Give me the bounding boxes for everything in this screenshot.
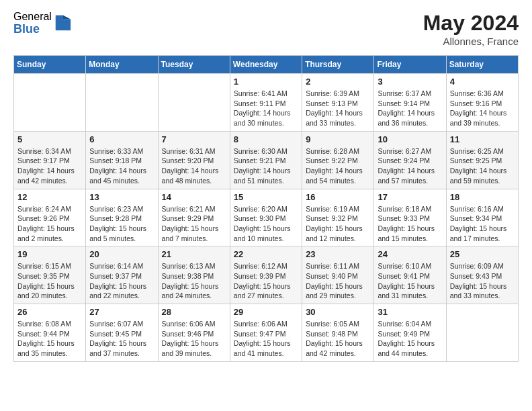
day-number: 23: [306, 249, 370, 259]
calendar-cell: 30Sunrise: 6:05 AMSunset: 9:48 PMDayligh…: [302, 304, 374, 362]
calendar-week-2: 5Sunrise: 6:34 AMSunset: 9:17 PMDaylight…: [14, 131, 519, 189]
day-number: 4: [450, 77, 515, 87]
day-number: 13: [89, 192, 154, 202]
day-info: Sunrise: 6:05 AMSunset: 9:48 PMDaylight:…: [306, 319, 370, 359]
calendar-cell: 15Sunrise: 6:20 AMSunset: 9:30 PMDayligh…: [230, 189, 302, 246]
day-info: Sunrise: 6:39 AMSunset: 9:13 PMDaylight:…: [306, 89, 370, 128]
day-number: 19: [17, 249, 82, 259]
day-number: 5: [17, 134, 82, 144]
day-number: 25: [450, 249, 515, 259]
calendar-week-3: 12Sunrise: 6:24 AMSunset: 9:26 PMDayligh…: [14, 189, 519, 246]
calendar-cell: 31Sunrise: 6:04 AMSunset: 9:49 PMDayligh…: [374, 304, 446, 362]
day-header-tuesday: Tuesday: [158, 56, 230, 74]
day-number: 2: [306, 77, 370, 87]
day-number: 6: [89, 134, 154, 144]
calendar-cell: [158, 74, 230, 132]
day-number: 29: [234, 307, 298, 317]
calendar-cell: 7Sunrise: 6:31 AMSunset: 9:20 PMDaylight…: [158, 131, 230, 189]
calendar-table: SundayMondayTuesdayWednesdayThursdayFrid…: [13, 55, 519, 362]
day-header-sunday: Sunday: [14, 56, 86, 74]
day-number: 24: [378, 249, 442, 259]
calendar-cell: 26Sunrise: 6:08 AMSunset: 9:44 PMDayligh…: [14, 304, 86, 362]
calendar-cell: 9Sunrise: 6:28 AMSunset: 9:22 PMDaylight…: [302, 131, 374, 189]
day-info: Sunrise: 6:25 AMSunset: 9:25 PMDaylight:…: [450, 146, 515, 186]
logo-icon: [53, 14, 72, 33]
day-number: 18: [450, 192, 515, 202]
calendar-cell: 11Sunrise: 6:25 AMSunset: 9:25 PMDayligh…: [446, 131, 518, 189]
day-info: Sunrise: 6:21 AMSunset: 9:29 PMDaylight:…: [162, 204, 226, 244]
calendar-cell: 12Sunrise: 6:24 AMSunset: 9:26 PMDayligh…: [14, 189, 86, 246]
calendar-cell: 6Sunrise: 6:33 AMSunset: 9:18 PMDaylight…: [86, 131, 158, 189]
title-block: May 2024 Allonnes, France: [423, 11, 519, 47]
day-number: 1: [234, 77, 298, 87]
day-info: Sunrise: 6:07 AMSunset: 9:45 PMDaylight:…: [89, 319, 154, 359]
day-info: Sunrise: 6:08 AMSunset: 9:44 PMDaylight:…: [17, 319, 82, 359]
calendar-cell: [86, 74, 158, 132]
calendar-cell: 17Sunrise: 6:18 AMSunset: 9:33 PMDayligh…: [374, 189, 446, 246]
calendar-cell: 22Sunrise: 6:12 AMSunset: 9:39 PMDayligh…: [230, 246, 302, 304]
calendar-cell: [446, 304, 518, 362]
calendar-cell: 4Sunrise: 6:36 AMSunset: 9:16 PMDaylight…: [446, 74, 518, 132]
calendar-cell: 5Sunrise: 6:34 AMSunset: 9:17 PMDaylight…: [14, 131, 86, 189]
day-header-thursday: Thursday: [302, 56, 374, 74]
day-info: Sunrise: 6:14 AMSunset: 9:37 PMDaylight:…: [89, 261, 154, 301]
calendar-cell: 24Sunrise: 6:10 AMSunset: 9:41 PMDayligh…: [374, 246, 446, 304]
day-number: 27: [89, 307, 154, 317]
logo: General Blue: [13, 11, 72, 36]
day-number: 26: [17, 307, 82, 317]
day-number: 31: [378, 307, 442, 317]
calendar-cell: 2Sunrise: 6:39 AMSunset: 9:13 PMDaylight…: [302, 74, 374, 132]
day-number: 16: [306, 192, 370, 202]
day-number: 11: [450, 134, 515, 144]
day-info: Sunrise: 6:06 AMSunset: 9:46 PMDaylight:…: [162, 319, 226, 359]
day-info: Sunrise: 6:04 AMSunset: 9:49 PMDaylight:…: [378, 319, 442, 359]
calendar-week-4: 19Sunrise: 6:15 AMSunset: 9:35 PMDayligh…: [14, 246, 519, 304]
day-number: 28: [162, 307, 226, 317]
calendar-cell: 16Sunrise: 6:19 AMSunset: 9:32 PMDayligh…: [302, 189, 374, 246]
calendar-cell: 10Sunrise: 6:27 AMSunset: 9:24 PMDayligh…: [374, 131, 446, 189]
day-number: 10: [378, 134, 442, 144]
calendar-cell: 25Sunrise: 6:09 AMSunset: 9:43 PMDayligh…: [446, 246, 518, 304]
day-info: Sunrise: 6:33 AMSunset: 9:18 PMDaylight:…: [89, 146, 154, 186]
day-info: Sunrise: 6:13 AMSunset: 9:38 PMDaylight:…: [162, 261, 226, 301]
day-info: Sunrise: 6:20 AMSunset: 9:30 PMDaylight:…: [234, 204, 298, 244]
location: Allonnes, France: [423, 36, 519, 47]
calendar-cell: 1Sunrise: 6:41 AMSunset: 9:11 PMDaylight…: [230, 74, 302, 132]
day-number: 3: [378, 77, 442, 87]
day-info: Sunrise: 6:41 AMSunset: 9:11 PMDaylight:…: [234, 89, 298, 128]
day-number: 17: [378, 192, 442, 202]
calendar-week-5: 26Sunrise: 6:08 AMSunset: 9:44 PMDayligh…: [14, 304, 519, 362]
day-info: Sunrise: 6:34 AMSunset: 9:17 PMDaylight:…: [17, 146, 82, 186]
calendar-cell: 8Sunrise: 6:30 AMSunset: 9:21 PMDaylight…: [230, 131, 302, 189]
calendar-cell: 28Sunrise: 6:06 AMSunset: 9:46 PMDayligh…: [158, 304, 230, 362]
day-info: Sunrise: 6:09 AMSunset: 9:43 PMDaylight:…: [450, 261, 515, 301]
day-number: 15: [234, 192, 298, 202]
day-info: Sunrise: 6:24 AMSunset: 9:26 PMDaylight:…: [17, 204, 82, 244]
calendar-cell: 18Sunrise: 6:16 AMSunset: 9:34 PMDayligh…: [446, 189, 518, 246]
logo-general: General: [13, 11, 52, 23]
day-number: 14: [162, 192, 226, 202]
day-info: Sunrise: 6:15 AMSunset: 9:35 PMDaylight:…: [17, 261, 82, 301]
day-info: Sunrise: 6:12 AMSunset: 9:39 PMDaylight:…: [234, 261, 298, 301]
day-number: 12: [17, 192, 82, 202]
day-info: Sunrise: 6:06 AMSunset: 9:47 PMDaylight:…: [234, 319, 298, 359]
calendar-cell: 29Sunrise: 6:06 AMSunset: 9:47 PMDayligh…: [230, 304, 302, 362]
day-header-friday: Friday: [374, 56, 446, 74]
page-header: General Blue May 2024 Allonnes, France: [13, 11, 519, 47]
day-info: Sunrise: 6:31 AMSunset: 9:20 PMDaylight:…: [162, 146, 226, 186]
logo-blue: Blue: [13, 23, 52, 36]
day-info: Sunrise: 6:23 AMSunset: 9:28 PMDaylight:…: [89, 204, 154, 244]
day-header-wednesday: Wednesday: [230, 56, 302, 74]
day-info: Sunrise: 6:18 AMSunset: 9:33 PMDaylight:…: [378, 204, 442, 244]
day-header-monday: Monday: [86, 56, 158, 74]
day-number: 22: [234, 249, 298, 259]
day-header-saturday: Saturday: [446, 56, 518, 74]
day-info: Sunrise: 6:10 AMSunset: 9:41 PMDaylight:…: [378, 261, 442, 301]
calendar-cell: 19Sunrise: 6:15 AMSunset: 9:35 PMDayligh…: [14, 246, 86, 304]
calendar-cell: 23Sunrise: 6:11 AMSunset: 9:40 PMDayligh…: [302, 246, 374, 304]
day-number: 7: [162, 134, 226, 144]
day-number: 9: [306, 134, 370, 144]
calendar-cell: 3Sunrise: 6:37 AMSunset: 9:14 PMDaylight…: [374, 74, 446, 132]
day-number: 30: [306, 307, 370, 317]
svg-marker-1: [63, 15, 71, 19]
